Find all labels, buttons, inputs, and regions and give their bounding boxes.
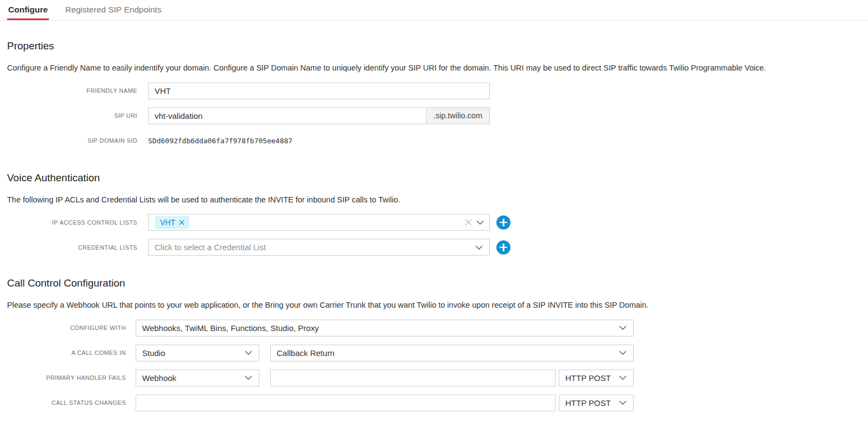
sip-uri-input[interactable]	[149, 108, 426, 124]
chevron-down-icon	[619, 400, 627, 405]
primary-handler-fails-url-input[interactable]	[270, 370, 556, 386]
credential-lists-select[interactable]: Click to select a Credential List	[148, 239, 490, 256]
x-icon[interactable]	[179, 220, 184, 225]
chevron-down-icon	[619, 351, 627, 355]
call-status-changes-method-value: HTTP POST	[565, 398, 611, 408]
a-call-comes-in-label: A CALL COMES IN	[7, 349, 126, 356]
tab-configure[interactable]: Configure	[7, 0, 49, 20]
primary-handler-fails-handler-value: Webhook	[142, 373, 176, 383]
primary-handler-fails-row: PRIMARY HANDLER FAILS Webhook HTTP POST	[0, 370, 868, 386]
sip-uri-row: SIP URI .sip.twilio.com	[0, 107, 868, 124]
call-control-section-title: Call Control Configuration	[7, 277, 868, 289]
a-call-comes-in-handler-select[interactable]: Studio	[136, 345, 259, 361]
clear-x-icon[interactable]	[465, 219, 472, 226]
call-status-changes-label: CALL STATUS CHANGES	[7, 399, 126, 406]
add-credential-list-button[interactable]	[496, 240, 510, 255]
credential-lists-placeholder: Click to select a Credential List	[155, 243, 266, 252]
primary-handler-fails-method-select[interactable]: HTTP POST	[559, 370, 634, 386]
a-call-comes-in-handler-value: Studio	[142, 348, 165, 358]
ip-acl-row: IP ACCESS CONTROL LISTS VHT	[0, 214, 868, 231]
chevron-down-icon	[619, 376, 627, 380]
configure-with-label: CONFIGURE WITH	[7, 325, 126, 331]
properties-section-description: Configure a Friendly Name to easily inde…	[7, 63, 868, 74]
voice-authentication-section-title: Voice Authentication	[7, 172, 868, 184]
properties-section-title: Properties	[7, 40, 868, 52]
credential-lists-label: CREDENTIAL LISTS	[7, 244, 137, 251]
friendly-name-label: FRIENDLY NAME	[7, 87, 137, 94]
friendly-name-input[interactable]	[148, 82, 490, 99]
chevron-down-icon	[475, 245, 483, 250]
ip-acl-chip-label: VHT	[160, 218, 175, 227]
call-status-changes-row: CALL STATUS CHANGES HTTP POST	[0, 395, 868, 411]
tab-bar: Configure Registered SIP Endpoints	[0, 0, 868, 21]
sip-uri-group: .sip.twilio.com	[148, 107, 490, 124]
sip-uri-label: SIP URI	[7, 112, 137, 119]
configure-with-select[interactable]: Webhooks, TwiML Bins, Functions, Studio,…	[136, 320, 634, 336]
configure-with-row: CONFIGURE WITH Webhooks, TwiML Bins, Fun…	[0, 320, 868, 336]
credential-lists-row: CREDENTIAL LISTS Click to select a Crede…	[0, 239, 868, 256]
add-ip-acl-button[interactable]	[496, 215, 510, 230]
primary-handler-fails-method-value: HTTP POST	[565, 373, 611, 383]
chevron-down-icon	[245, 376, 252, 380]
sip-domain-sid-value: SDd6092fdb6dda06fa7f978fb705ee4887	[148, 137, 292, 145]
sip-domain-sid-label: SIP DOMAIN SID	[7, 137, 137, 144]
call-control-section-description: Please specify a Webhook URL that points…	[7, 300, 868, 311]
primary-handler-fails-handler-select[interactable]: Webhook	[136, 370, 259, 386]
ip-acl-multiselect[interactable]: VHT	[148, 214, 490, 231]
call-status-changes-method-select[interactable]: HTTP POST	[559, 395, 634, 411]
chevron-down-icon	[476, 220, 484, 225]
a-call-comes-in-target-value: Callback Return	[277, 348, 335, 358]
sip-domain-sid-row: SIP DOMAIN SID SDd6092fdb6dda06fa7f978fb…	[0, 132, 868, 149]
chevron-down-icon	[619, 326, 627, 330]
a-call-comes-in-target-select[interactable]: Callback Return	[270, 345, 634, 361]
configure-with-value: Webhooks, TwiML Bins, Functions, Studio,…	[142, 323, 319, 333]
voice-authentication-section-description: The following IP ACLs and Credential Lis…	[7, 195, 868, 206]
call-status-changes-url-input[interactable]	[136, 395, 556, 411]
chevron-down-icon	[245, 351, 252, 355]
friendly-name-row: FRIENDLY NAME	[0, 82, 868, 99]
ip-acl-chip[interactable]: VHT	[155, 216, 189, 229]
primary-handler-fails-label: PRIMARY HANDLER FAILS	[7, 374, 126, 381]
ip-acl-label: IP ACCESS CONTROL LISTS	[7, 219, 137, 226]
sip-uri-suffix: .sip.twilio.com	[426, 108, 489, 124]
tab-registered-sip-endpoints[interactable]: Registered SIP Endpoints	[64, 0, 162, 20]
a-call-comes-in-row: A CALL COMES IN Studio Callback Return	[0, 345, 868, 361]
